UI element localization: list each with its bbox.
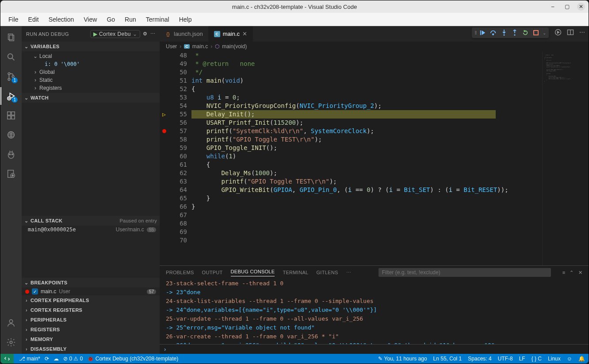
var-i[interactable]: i: 0 '\000' [27,60,160,68]
scope-local[interactable]: ⌄Local [27,52,160,60]
gear-icon[interactable]: ⚙ [143,31,147,37]
panel-tab-gitlens[interactable]: GITLENS [316,270,338,275]
restart-button[interactable] [521,29,529,37]
peripherals-section[interactable]: ›PERIPHERALS [22,315,160,325]
minimap[interactable]: * * @return none */ int main(void) { u8 … [542,51,589,265]
split-editor-icon[interactable] [567,29,574,36]
status-eol[interactable]: LF [519,356,525,362]
minimize-button[interactable]: – [549,3,557,11]
svg-point-20 [9,320,12,323]
panel-filter-input[interactable] [379,268,551,277]
status-branch[interactable]: ⎇ main* [19,356,40,362]
status-bell-icon[interactable]: 🔔 [578,356,585,362]
tab-close-icon[interactable]: ✕ [242,31,247,37]
menu-go[interactable]: Go [103,15,119,24]
status-cloud-icon[interactable]: ☁ [54,356,59,362]
activity-extensions[interactable] [0,107,22,124]
code-editor[interactable]: ▷ 48495051525354555657585960616263646566… [160,51,589,265]
scm-badge: 1 [11,77,18,83]
run-config-dropdown[interactable]: ▶Cortex Debu⌄ [90,30,141,38]
panel-tab-problems[interactable]: PROBLEMS [166,270,194,275]
menu-terminal[interactable]: Terminal [142,15,173,24]
editor-more-icon[interactable]: ⋯ [579,29,585,36]
breakpoint-item[interactable]: ✓ main.c User 57 [22,287,160,295]
debug-console-output[interactable]: 23-stack-select-frame --thread 1 0-> 23^… [160,279,589,344]
tab-main-c[interactable]: Cmain.c✕ [209,26,253,42]
activity-debug[interactable]: 1 [0,87,22,105]
watch-section[interactable]: ⌄WATCH [22,93,160,103]
svg-rect-22 [480,31,481,35]
debug-console-input[interactable]: › [160,344,589,354]
status-language[interactable]: { } C [532,356,542,362]
callstack-section[interactable]: ⌄CALL STACKPaused on entry [22,216,160,226]
more-icon[interactable]: ⋯ [150,31,155,37]
status-blame[interactable]: ✎ You, 11 hours ago [378,356,427,362]
callstack-frame[interactable]: main@0x0000025e User/main.c55 [22,226,160,234]
panel-tab-output[interactable]: OUTPUT [202,270,223,275]
status-feedback-icon[interactable]: ☺ [567,356,572,362]
registers-section[interactable]: ›REGISTERS [22,325,160,334]
tab-launch-json[interactable]: {}launch.json [160,26,209,42]
variables-section[interactable]: ⌄VARIABLES [22,42,160,51]
window-titlebar: main.c - ch32v208-template - Visual Stud… [0,0,589,13]
status-remote[interactable] [0,354,14,364]
window-close-button[interactable]: ✕ [577,3,585,11]
activity-account[interactable] [0,314,22,332]
disassembly-section[interactable]: ›DISASSEMBLY [22,344,160,354]
panel-settings-icon[interactable]: ≡ [562,270,566,276]
breakpoints-section[interactable]: ⌄BREAKPOINTS [22,278,160,287]
scope-static[interactable]: ›Static [27,76,160,84]
menu-file[interactable]: File [5,15,22,24]
maximize-button[interactable]: ▢ [563,3,571,11]
cortex-peripherals-section[interactable]: ›CORTEX PERIPHERALS [22,295,160,305]
continue-button[interactable] [479,29,487,37]
menu-run[interactable]: Run [121,15,140,24]
cortex-registers-section[interactable]: ›CORTEX REGISTERS [22,305,160,315]
activity-search[interactable] [0,48,22,66]
svg-point-2 [8,54,13,59]
activity-scm[interactable]: 1 [0,68,22,85]
debug-more-icon[interactable]: ⌄ [543,31,546,35]
breakpoint-checkbox[interactable]: ✓ [32,288,38,295]
menu-edit[interactable]: Edit [25,15,42,24]
svg-point-23 [493,34,494,35]
menu-view[interactable]: View [80,15,100,24]
menu-selection[interactable]: Selection [45,15,78,24]
panel-tab-more-icon[interactable]: ⋯ [346,270,351,276]
activity-explorer[interactable] [0,29,22,46]
editor-tab-bar: {}launch.json Cmain.c✕ ⁝⁝ ⌄ ⋯ [160,26,589,42]
svg-point-15 [11,154,13,155]
activity-makefile[interactable] [0,165,22,183]
activity-remote[interactable] [0,126,22,144]
status-problems[interactable]: ⊘ 0 ⚠ 0 [63,356,83,362]
scope-registers[interactable]: ›Registers [27,84,160,92]
svg-point-5 [8,78,10,80]
scope-global[interactable]: ›Global [27,68,160,76]
status-spaces[interactable]: Spaces: 4 [468,356,491,362]
activity-settings[interactable] [0,333,22,351]
debug-grip-icon[interactable]: ⁝⁝ [474,30,476,36]
svg-point-25 [514,34,515,35]
panel-collapse-icon[interactable]: ⌃ [570,270,574,276]
side-panel: RUN AND DEBUG ▶Cortex Debu⌄ ⚙ ⋯ ⌄VARIABL… [22,26,160,354]
status-encoding[interactable]: UTF-8 [498,356,513,362]
svg-point-13 [8,152,14,159]
activity-bar: 1 1 [0,26,22,354]
panel-tab-debug-console[interactable]: DEBUG CONSOLE [231,269,275,276]
run-icon[interactable] [555,29,562,36]
status-debugger[interactable]: 🐞 Cortex Debug (ch32v208-template) [87,356,178,362]
activity-platformio[interactable] [0,146,22,163]
status-sync-icon[interactable]: ⟳ [45,356,49,362]
stop-button[interactable] [532,29,540,37]
status-platform[interactable]: Linux [548,356,561,362]
svg-rect-1 [9,35,14,41]
memory-section[interactable]: ›MEMORY [22,334,160,344]
breadcrumbs[interactable]: User› C main.c› ⬡ main(void) [160,42,589,51]
menu-help[interactable]: Help [176,15,195,24]
panel-tab-terminal[interactable]: TERMINAL [283,270,308,275]
step-out-button[interactable] [511,29,519,37]
status-cursor[interactable]: Ln 55, Col 1 [433,356,462,362]
panel-close-icon[interactable]: ✕ [578,270,582,276]
step-into-button[interactable] [500,29,508,37]
step-over-button[interactable] [490,29,497,37]
